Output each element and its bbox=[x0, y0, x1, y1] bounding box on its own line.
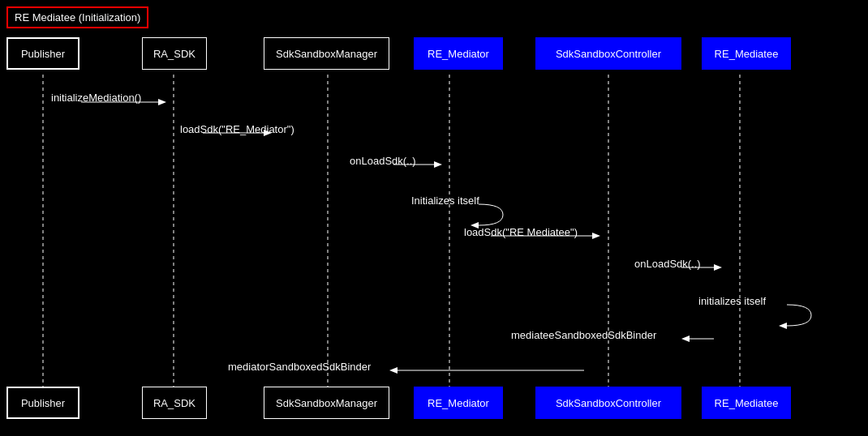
re-mediator-top-box: RE_Mediator bbox=[414, 37, 503, 70]
re-mediator-top-label: RE_Mediator bbox=[428, 48, 489, 60]
svg-marker-11 bbox=[779, 323, 787, 329]
sdk-sandbox-controller-bottom-label: SdkSandboxController bbox=[556, 397, 661, 409]
publisher-bottom-box: Publisher bbox=[6, 387, 79, 419]
msg-mediatee-sandboxed-sdk-binder: mediateeSandboxedSdkBinder bbox=[511, 329, 656, 341]
publisher-top-label: Publisher bbox=[21, 48, 65, 60]
svg-marker-5 bbox=[434, 161, 442, 168]
sdk-sandbox-controller-top-label: SdkSandboxController bbox=[556, 48, 661, 60]
svg-marker-8 bbox=[592, 233, 600, 239]
re-mediatee-top-label: RE_Mediatee bbox=[715, 48, 779, 60]
msg-initializes-itself: Initializes itself bbox=[411, 194, 479, 207]
ra-sdk-bottom-label: RA_SDK bbox=[153, 397, 196, 409]
msg-initialize-mediation: initializeMediation() bbox=[51, 92, 141, 104]
re-mediatee-bottom-box: RE_Mediatee bbox=[702, 387, 791, 419]
re-mediatee-bottom-label: RE_Mediatee bbox=[715, 397, 779, 409]
svg-marker-10 bbox=[714, 264, 722, 271]
msg-mediator-sandboxed-sdk-binder: mediatorSandboxedSdkBinder bbox=[228, 361, 371, 373]
sdk-sandbox-manager-bottom-box: SdkSandboxManager bbox=[264, 387, 389, 419]
sdk-sandbox-controller-bottom-box: SdkSandboxController bbox=[535, 387, 681, 419]
msg-initializes-itself-2: initializes itself bbox=[698, 295, 766, 307]
title-box: RE Mediatee (Initialization) bbox=[6, 6, 148, 28]
re-mediator-bottom-box: RE_Mediator bbox=[414, 387, 503, 419]
sdk-sandbox-manager-top-box: SdkSandboxManager bbox=[264, 37, 389, 70]
svg-marker-13 bbox=[681, 336, 690, 342]
re-mediatee-top-box: RE_Mediatee bbox=[702, 37, 791, 70]
title-label: RE Mediatee (Initialization) bbox=[15, 11, 140, 24]
publisher-bottom-label: Publisher bbox=[21, 397, 65, 409]
sdk-sandbox-controller-top-box: SdkSandboxController bbox=[535, 37, 681, 70]
svg-marker-1 bbox=[158, 99, 166, 105]
ra-sdk-top-label: RA_SDK bbox=[153, 48, 196, 60]
sdk-sandbox-manager-bottom-label: SdkSandboxManager bbox=[276, 397, 377, 409]
msg-on-load-sdk-1: onLoadSdk(..) bbox=[350, 155, 416, 167]
svg-marker-15 bbox=[389, 367, 397, 374]
ra-sdk-bottom-box: RA_SDK bbox=[142, 387, 207, 419]
msg-load-sdk-re-mediator: loadSdk("RE_Mediator") bbox=[180, 123, 294, 135]
sdk-sandbox-manager-top-label: SdkSandboxManager bbox=[276, 48, 377, 60]
diagram-container: RE Mediatee (Initialization) Publisher R… bbox=[0, 0, 868, 436]
msg-load-sdk-re-mediatee: loadSdk("RE Mediatee") bbox=[464, 226, 578, 238]
re-mediator-bottom-label: RE_Mediator bbox=[428, 397, 489, 409]
msg-on-load-sdk-2: onLoadSdk(..) bbox=[634, 258, 701, 270]
publisher-top-box: Publisher bbox=[6, 37, 79, 70]
ra-sdk-top-box: RA_SDK bbox=[142, 37, 207, 70]
